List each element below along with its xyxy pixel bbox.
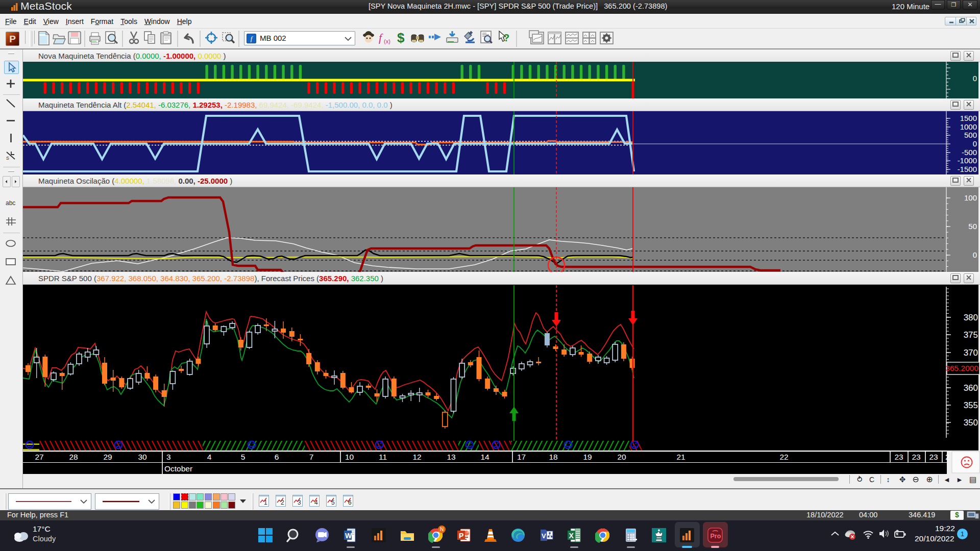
svg-text:1: 1 bbox=[264, 499, 267, 506]
svg-text:0: 0 bbox=[973, 251, 977, 259]
svg-text:27: 27 bbox=[35, 453, 43, 461]
svg-text:October: October bbox=[164, 464, 192, 473]
svg-text:23: 23 bbox=[912, 453, 920, 461]
svg-text:19: 19 bbox=[583, 453, 592, 461]
svg-text:4: 4 bbox=[207, 453, 212, 461]
svg-text:1500: 1500 bbox=[960, 114, 977, 122]
svg-text:W: W bbox=[345, 532, 352, 540]
svg-text:X: X bbox=[569, 532, 574, 540]
svg-text:-1500: -1500 bbox=[958, 165, 977, 173]
svg-text:-1000: -1000 bbox=[958, 156, 977, 165]
svg-text:7: 7 bbox=[309, 453, 314, 461]
svg-text:6: 6 bbox=[348, 499, 352, 506]
svg-text:11: 11 bbox=[379, 453, 387, 461]
svg-text:f: f bbox=[379, 31, 383, 44]
svg-text:?: ? bbox=[503, 32, 509, 43]
svg-text:375: 375 bbox=[964, 330, 978, 340]
svg-text:23: 23 bbox=[894, 453, 903, 461]
svg-text:500: 500 bbox=[964, 131, 977, 139]
svg-text:abc: abc bbox=[6, 199, 15, 207]
svg-text:18: 18 bbox=[549, 453, 557, 461]
svg-text:P: P bbox=[459, 532, 463, 540]
svg-text:365.2000: 365.2000 bbox=[945, 364, 978, 372]
svg-text:(x): (x) bbox=[384, 38, 390, 44]
svg-text:3: 3 bbox=[166, 453, 171, 461]
svg-text:-500: -500 bbox=[962, 148, 977, 157]
svg-text:2: 2 bbox=[945, 453, 950, 461]
svg-text:17: 17 bbox=[517, 453, 526, 461]
svg-text:0: 0 bbox=[973, 139, 977, 148]
svg-text:5: 5 bbox=[241, 453, 246, 461]
svg-text:10: 10 bbox=[345, 453, 354, 461]
svg-text:355: 355 bbox=[964, 400, 978, 410]
svg-text:$: $ bbox=[397, 30, 405, 45]
svg-text:4: 4 bbox=[314, 499, 318, 506]
svg-text:Pro: Pro bbox=[710, 533, 721, 540]
svg-text:V: V bbox=[542, 532, 546, 540]
svg-text:0: 0 bbox=[973, 74, 977, 83]
svg-text:100: 100 bbox=[964, 193, 977, 202]
svg-text:28: 28 bbox=[69, 453, 78, 461]
svg-text:S: S bbox=[6, 156, 9, 161]
svg-text:23: 23 bbox=[929, 453, 938, 461]
svg-text:29: 29 bbox=[103, 453, 112, 461]
svg-text:6: 6 bbox=[275, 453, 279, 461]
svg-text:50: 50 bbox=[968, 222, 977, 231]
svg-text:30: 30 bbox=[138, 453, 147, 461]
svg-text:5: 5 bbox=[331, 499, 335, 506]
svg-text:370: 370 bbox=[964, 348, 978, 358]
svg-text:13: 13 bbox=[447, 453, 455, 461]
svg-text:380: 380 bbox=[964, 313, 978, 322]
svg-text:1000: 1000 bbox=[960, 122, 977, 131]
svg-text:14: 14 bbox=[480, 453, 489, 461]
svg-text:21: 21 bbox=[676, 453, 685, 461]
svg-text:360: 360 bbox=[964, 383, 978, 393]
svg-text:22: 22 bbox=[779, 453, 788, 461]
svg-text:20: 20 bbox=[617, 453, 626, 461]
svg-text:3: 3 bbox=[298, 499, 301, 506]
svg-text:2: 2 bbox=[281, 499, 284, 506]
svg-text:12: 12 bbox=[412, 453, 421, 461]
svg-text:350: 350 bbox=[964, 418, 978, 428]
